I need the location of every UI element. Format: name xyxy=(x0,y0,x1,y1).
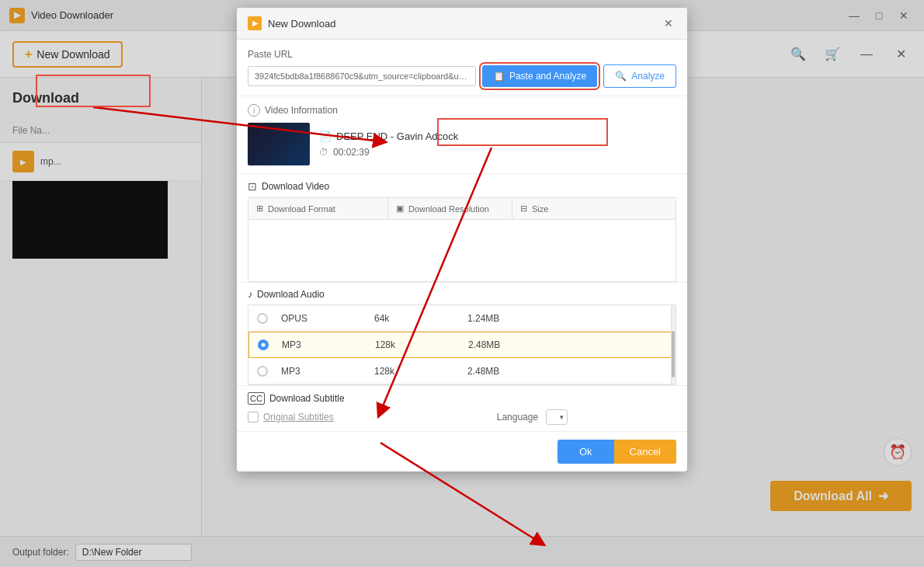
format-cell-1: OPUS xyxy=(276,313,370,324)
video-table-body xyxy=(248,220,676,282)
bitrate-cell-1: 64k xyxy=(370,313,463,324)
size-header: ⊟ Size xyxy=(512,198,575,219)
ok-button[interactable]: Ok xyxy=(558,440,614,464)
dialog-title-left: ▶ New Download xyxy=(248,16,335,30)
scroll-thumb xyxy=(672,331,675,377)
bitrate-cell-2: 128k xyxy=(370,339,464,350)
paste-analyze-button[interactable]: 📋 Paste and Analyze xyxy=(482,65,597,87)
format-cell-2: MP3 xyxy=(277,339,370,350)
dialog-title-bar: ▶ New Download ✕ xyxy=(237,8,687,40)
format-header: ⊞ Download Format xyxy=(248,198,388,219)
download-subtitle-section: CC Download Subtitle Original Subtitles … xyxy=(237,385,687,431)
audio-row-3[interactable]: MP3 128k 2.48MB xyxy=(248,358,676,384)
scroll-bar[interactable] xyxy=(671,305,676,384)
download-video-label: Download Video xyxy=(262,181,329,192)
video-table-header: ⊞ Download Format ▣ Download Resolution … xyxy=(248,197,676,220)
video-info-label: Video Information xyxy=(265,105,338,116)
cc-icon: CC xyxy=(248,392,265,405)
download-video-icon: ⊡ xyxy=(248,180,257,193)
size-cell-1: 1.24MB xyxy=(463,313,540,324)
video-thumb-inner xyxy=(248,123,310,165)
dialog-title: New Download xyxy=(268,18,335,30)
download-video-header: ⊡ Download Video xyxy=(248,180,676,193)
paste-url-label: Paste URL xyxy=(248,49,676,60)
video-info-section: i Video Information 📄 DEEP END - Gavin A… xyxy=(237,96,687,174)
radio-mp3-selected[interactable] xyxy=(258,339,269,350)
new-download-dialog: ▶ New Download ✕ Paste URL 📋 Paste and A… xyxy=(237,8,687,471)
download-audio-header: ♪ Download Audio xyxy=(248,289,676,300)
resolution-header-label: Download Resolution xyxy=(408,204,489,214)
subtitle-checkbox[interactable]: Original Subtitles xyxy=(248,412,334,423)
modal-overlay: ▶ New Download ✕ Paste URL 📋 Paste and A… xyxy=(0,0,924,567)
audio-icon: ♪ xyxy=(248,289,252,300)
video-thumbnail-small xyxy=(248,123,310,165)
duration-row: ⏱ 00:02:39 xyxy=(319,147,458,158)
video-title: DEEP END - Gavin Adcock xyxy=(336,130,458,142)
language-select[interactable] xyxy=(546,409,568,425)
radio-cell-1[interactable] xyxy=(248,313,276,324)
format-cell-3: MP3 xyxy=(276,366,370,377)
dialog-footer: Ok Cancel xyxy=(237,431,687,471)
subtitle-row: Original Subtitles Language xyxy=(248,409,676,425)
video-duration: 00:02:39 xyxy=(333,147,370,158)
language-label: Language xyxy=(497,412,538,423)
size-cell-2: 2.48MB xyxy=(464,339,541,350)
download-audio-section: ♪ Download Audio OPUS 64k 1.24MB xyxy=(237,283,687,385)
radio-opus[interactable] xyxy=(257,313,268,324)
video-info-row: 📄 DEEP END - Gavin Adcock ⏱ 00:02:39 xyxy=(248,123,676,165)
original-subtitles-label[interactable]: Original Subtitles xyxy=(263,412,334,423)
analyze-label: Analyze xyxy=(631,71,665,82)
radio-cell-2[interactable] xyxy=(249,339,277,350)
analyze-search-icon: 🔍 xyxy=(615,71,627,82)
video-info-header: i Video Information xyxy=(248,104,676,117)
audio-row-1[interactable]: OPUS 64k 1.24MB xyxy=(248,305,676,332)
language-select-wrap[interactable] xyxy=(546,409,568,425)
paste-icon: 📋 xyxy=(493,71,505,82)
size-cell-3: 2.48MB xyxy=(463,366,540,377)
url-row: 📋 Paste and Analyze 🔍 Analyze xyxy=(248,64,676,88)
size-header-label: Size xyxy=(532,204,548,214)
resolution-header: ▣ Download Resolution xyxy=(388,198,512,219)
video-details: 📄 DEEP END - Gavin Adcock ⏱ 00:02:39 xyxy=(319,130,458,158)
clock-icon: ⏱ xyxy=(319,147,328,158)
format-header-icon: ⊞ xyxy=(256,203,263,214)
url-section: Paste URL 📋 Paste and Analyze 🔍 Analyze xyxy=(237,40,687,96)
download-audio-label: Download Audio xyxy=(257,289,325,300)
format-header-label: Download Format xyxy=(268,204,335,214)
bitrate-cell-3: 128k xyxy=(370,366,463,377)
dialog-close-button[interactable]: ✕ xyxy=(661,16,676,31)
subtitle-label: Download Subtitle xyxy=(269,393,345,404)
subtitle-checkbox-box[interactable] xyxy=(248,412,259,423)
dialog-app-icon: ▶ xyxy=(248,16,262,30)
audio-table: OPUS 64k 1.24MB MP3 128k 2.48MB xyxy=(248,304,676,385)
radio-mp3-2[interactable] xyxy=(257,366,268,377)
size-header-icon: ⊟ xyxy=(520,203,527,214)
radio-cell-3[interactable] xyxy=(248,366,276,377)
download-video-section: ⊡ Download Video ⊞ Download Format ▣ Dow… xyxy=(237,174,687,283)
resolution-header-icon: ▣ xyxy=(396,203,404,214)
analyze-button[interactable]: 🔍 Analyze xyxy=(603,64,676,88)
info-icon: i xyxy=(248,104,260,117)
paste-analyze-label: Paste and Analyze xyxy=(509,71,586,82)
file-icon-small: 📄 xyxy=(319,130,332,142)
audio-row-2[interactable]: MP3 128k 2.48MB xyxy=(248,332,676,358)
subtitle-header: CC Download Subtitle xyxy=(248,392,676,405)
cancel-button[interactable]: Cancel xyxy=(614,440,676,464)
video-title-row: 📄 DEEP END - Gavin Adcock xyxy=(319,130,458,142)
url-input[interactable] xyxy=(248,66,476,86)
